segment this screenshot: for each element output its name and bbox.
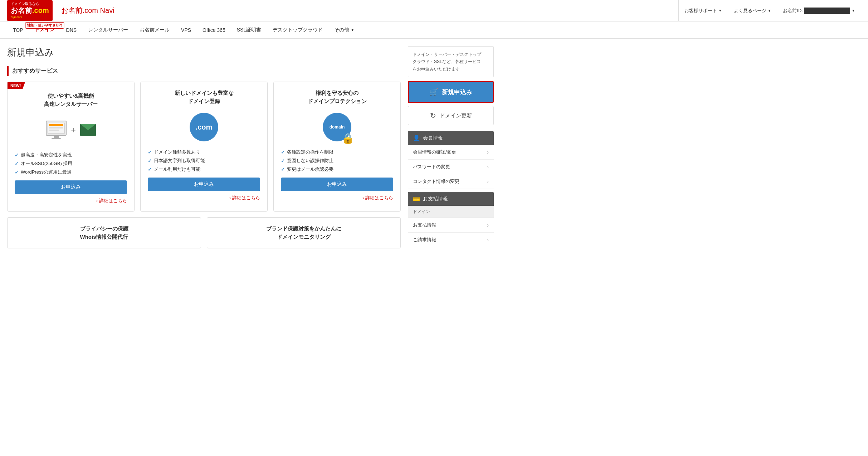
card-whois: プライバシーの保護Whois情報公開代行 <box>7 217 201 248</box>
section-bar <box>7 66 9 76</box>
card-features-protection: ✓各種設定の操作を制限 ✓意図しない誤操作防止 ✓変更はメール承認必要 <box>281 149 393 173</box>
header: ドメイン取るなら お名前.com byGMO お名前.com Navi お客様サ… <box>0 0 868 21</box>
sidebar-item-contact[interactable]: コンタクト情報の変更 › <box>408 174 494 189</box>
sidebar-item-password[interactable]: パスワードの変更 › <box>408 160 494 174</box>
domain-renew-btn[interactable]: ↻ ドメイン更新 <box>408 106 494 125</box>
new-reg-btn[interactable]: 🛒 新規申込み <box>408 81 494 103</box>
card-title-whois: プライバシーの保護Whois情報公開代行 <box>15 225 194 241</box>
tab-ssl[interactable]: SSL証明書 <box>231 22 267 38</box>
logo-com: .com <box>32 6 49 15</box>
sidebar-item-payment-info[interactable]: お支払情報 › <box>408 218 494 233</box>
chevron-right-icon: › <box>487 179 489 184</box>
payment-icon: 💳 <box>413 195 420 202</box>
header-nav: お客様サポート ▼ よく見るページ ▼ お名前ID: ████████ ▼ <box>678 0 861 21</box>
tab-other[interactable]: その他 ▼ <box>328 22 360 38</box>
apply-button-domain[interactable]: お申込み <box>148 178 260 191</box>
sidebar-item-billing-info[interactable]: ご請求情報 › <box>408 233 494 247</box>
content-area: 新規申込み おすすめサービス NEW! 使いやすい&高機能高速レンタルサーバー <box>7 46 401 248</box>
frequent-pages-nav-item[interactable]: よく見るページ ▼ <box>728 0 777 21</box>
id-chevron-icon: ▼ <box>852 9 855 13</box>
detail-link-domain[interactable]: › 詳細はこちら <box>148 195 260 201</box>
support-chevron-icon: ▼ <box>718 9 722 13</box>
card-brand-monitor: ブランド保護対策をかんたんにドメインモニタリング <box>207 217 401 248</box>
sidebar-tooltip: ドメイン・サーバー・デスクトップクラウド・SSLなど、各種サービスをお申込みいた… <box>408 46 494 77</box>
nav-tabs: TOP ドメイン 性能・使いやすさUP! DNS レンタルサーバー お名前メール… <box>0 21 868 39</box>
feature-item: ✓意図しない誤操作防止 <box>281 157 393 164</box>
card-rental-server: NEW! 使いやすい&高機能高速レンタルサーバー <box>7 82 135 212</box>
card-image-domain: .com <box>148 111 260 143</box>
payment-section: 💳 お支払情報 ドメイン お支払情報 › ご請求情報 › <box>408 192 494 247</box>
tab-domain-badge: 性能・使いやすさUP! <box>25 22 64 29</box>
feature-item: ✓ドメイン種類多数あり <box>148 149 260 155</box>
lock-icon: 🔒 <box>342 132 354 144</box>
logo-gmo: byGMO <box>11 15 49 19</box>
card-image-rental: ＋ <box>15 114 127 146</box>
tab-office365[interactable]: Office 365 <box>197 22 231 38</box>
card-image-protection: domain 🔒 <box>281 111 393 143</box>
feature-item: ✓超高速・高安定性を実現 <box>15 152 127 158</box>
detail-link-protection[interactable]: › 詳細はこちら <box>281 195 393 201</box>
recommended-section-header: おすすめサービス <box>7 66 401 76</box>
detail-link-rental[interactable]: › 詳細はこちら <box>15 198 127 204</box>
feature-item: ✓メール利用だけも可能 <box>148 166 260 173</box>
renew-icon: ↻ <box>430 111 436 120</box>
apply-button-protection[interactable]: お申込み <box>281 178 393 191</box>
card-title-domain: 新しいドメインも豊富なドメイン登録 <box>148 89 260 105</box>
tab-desktop-cloud[interactable]: デスクトップクラウド <box>267 22 328 38</box>
service-cards-row2: プライバシーの保護Whois情報公開代行 ブランド保護対策をかんたんにドメインモ… <box>7 217 401 248</box>
feature-item: ✓オールSSD(250GB) 採用 <box>15 160 127 167</box>
card-features-rental: ✓超高速・高安定性を実現 ✓オールSSD(250GB) 採用 ✓WordPres… <box>15 152 127 175</box>
member-section-header: 👤 会員情報 <box>408 131 494 145</box>
feature-item: ✓変更はメール承認必要 <box>281 166 393 173</box>
feature-item: ✓各種設定の操作を制限 <box>281 149 393 155</box>
support-nav-item[interactable]: お客様サポート ▼ <box>678 0 728 21</box>
plus-icon: ＋ <box>69 125 77 135</box>
feature-item: ✓日本語文字列も取得可能 <box>148 157 260 164</box>
card-domain-protection: 権利を守る安心のドメインプロテクション domain 🔒 ✓各種設定の操作を制限… <box>273 82 401 212</box>
tab-domain[interactable]: ドメイン 性能・使いやすさUP! <box>29 21 60 39</box>
service-cards: NEW! 使いやすい&高機能高速レンタルサーバー <box>7 82 401 212</box>
chevron-right-icon: › <box>487 237 489 243</box>
tab-onamae-mail[interactable]: お名前メール <box>134 22 175 38</box>
sidebar-item-member-confirm[interactable]: 会員情報の確認/変更 › <box>408 145 494 160</box>
payment-section-header: 💳 お支払情報 <box>408 192 494 206</box>
logo-main: お名前 <box>11 6 32 15</box>
sidebar: ドメイン・サーバー・デスクトップクラウド・SSLなど、各種サービスをお申込みいた… <box>408 46 494 248</box>
monitor-icon <box>46 121 67 139</box>
card-features-domain: ✓ドメイン種類多数あり ✓日本語文字列も取得可能 ✓メール利用だけも可能 <box>148 149 260 173</box>
site-title: お名前.com Navi <box>61 6 114 15</box>
chevron-right-icon: › <box>487 222 489 228</box>
other-chevron-icon: ▼ <box>351 28 354 32</box>
frequent-chevron-icon: ▼ <box>768 9 771 13</box>
logo[interactable]: ドメイン取るなら お名前.com byGMO <box>7 0 53 21</box>
payment-subsection-label: ドメイン <box>408 206 494 218</box>
main-container: 新規申込み おすすめサービス NEW! 使いやすい&高機能高速レンタルサーバー <box>0 39 501 256</box>
cart-icon: 🛒 <box>429 88 438 96</box>
new-badge: NEW! <box>8 82 25 89</box>
member-icon: 👤 <box>413 135 420 141</box>
tab-rental-server[interactable]: レンタルサーバー <box>82 22 134 38</box>
chevron-right-icon: › <box>487 164 489 170</box>
chevron-right-icon: › <box>487 149 489 155</box>
logo-tagline: ドメイン取るなら <box>11 2 49 6</box>
card-domain-register: 新しいドメインも豊富なドメイン登録 .com ✓ドメイン種類多数あり ✓日本語文… <box>140 82 268 212</box>
onamae-id-nav-item[interactable]: お名前ID: ████████ ▼ <box>777 0 861 21</box>
envelope-icon <box>80 124 96 136</box>
card-title-protection: 権利を守る安心のドメインプロテクション <box>281 89 393 105</box>
tab-vps[interactable]: VPS <box>175 22 197 38</box>
feature-item: ✓WordPressの運用に最適 <box>15 169 127 175</box>
id-value: ████████ <box>804 8 850 14</box>
apply-button-rental[interactable]: お申込み <box>15 180 127 194</box>
page-title: 新規申込み <box>7 46 401 59</box>
card-title-brand: ブランド保護対策をかんたんにドメインモニタリング <box>214 225 393 241</box>
member-section: 👤 会員情報 会員情報の確認/変更 › パスワードの変更 › コンタクト情報の変… <box>408 131 494 189</box>
com-circle: .com <box>190 113 218 141</box>
section-title: おすすめサービス <box>12 67 58 75</box>
card-title-rental: 使いやすい&高機能高速レンタルサーバー <box>15 92 127 108</box>
